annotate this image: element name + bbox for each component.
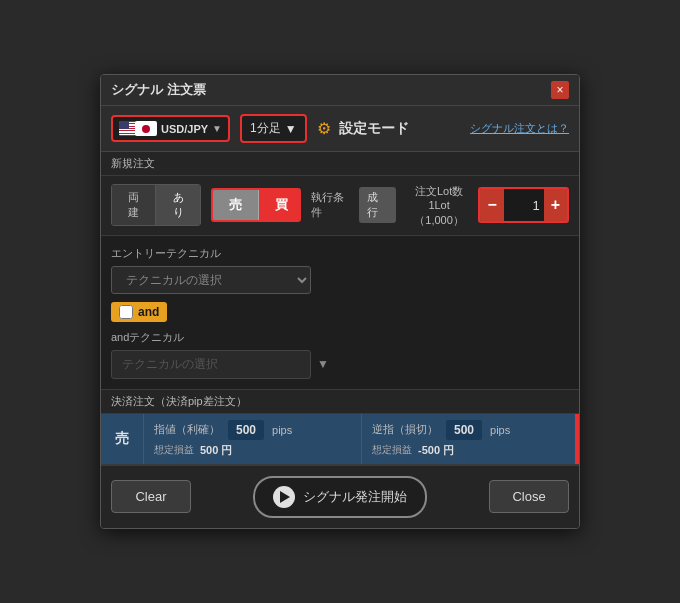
new-order-header: 新規注文 bbox=[101, 152, 579, 176]
stop-type-label: 逆指（損切） bbox=[372, 422, 438, 437]
buy-button[interactable]: 買 bbox=[259, 190, 301, 220]
play-icon bbox=[273, 486, 295, 508]
mode-title: 設定モード bbox=[339, 120, 409, 138]
settlement-limit-item: 指値（利確） 500 pips 想定損益 500 円 bbox=[144, 414, 362, 464]
and-select-placeholder: テクニカルの選択 bbox=[122, 357, 218, 371]
execution-value: 成行 bbox=[359, 187, 395, 223]
flags bbox=[119, 121, 157, 136]
dialog-title: シグナル 注文票 bbox=[111, 81, 206, 99]
technical-section: エントリーテクニカル テクニカルの選択 and andテクニカル テクニカルの選… bbox=[101, 236, 579, 390]
lot-value-input[interactable] bbox=[504, 189, 544, 221]
settlement-row: 売 指値（利確） 500 pips 想定損益 500 円 逆指（損切） bbox=[101, 414, 579, 464]
and-row: and bbox=[111, 302, 569, 322]
and-select-row: テクニカルの選択 ▼ bbox=[111, 350, 569, 379]
start-button[interactable]: シグナル発注開始 bbox=[253, 476, 427, 518]
settlement-row-wrapper: 売 指値（利確） 500 pips 想定損益 500 円 逆指（損切） bbox=[101, 414, 579, 464]
limit-pnl-row: 想定損益 500 円 bbox=[154, 443, 351, 458]
settlement-header-label: 決済注文（決済pip差注文） bbox=[111, 395, 247, 407]
sell-button[interactable]: 売 bbox=[213, 190, 259, 220]
instrument-selector[interactable]: USD/JPY ▼ bbox=[111, 115, 230, 142]
execution-label: 執行条件 bbox=[311, 190, 352, 220]
order-config: 両建 あり 売 買 執行条件 成行 注文Lot数 1Lot（1,000） − + bbox=[101, 176, 579, 236]
limit-value: 500 bbox=[228, 420, 264, 440]
stop-pnl-value: -500 円 bbox=[418, 443, 454, 458]
stop-pnl-label: 想定損益 bbox=[372, 443, 412, 457]
instrument-name: USD/JPY bbox=[161, 123, 208, 135]
and-technical-label: andテクニカル bbox=[111, 330, 569, 345]
play-triangle bbox=[280, 491, 290, 503]
new-order-label: 新規注文 bbox=[111, 157, 155, 169]
mode-section: ⚙ 設定モード シグナル注文とは？ bbox=[317, 119, 569, 138]
instrument-dropdown-arrow: ▼ bbox=[212, 123, 222, 134]
limit-pnl-label: 想定損益 bbox=[154, 443, 194, 457]
limit-pnl-value: 500 円 bbox=[200, 443, 232, 458]
tab-yes[interactable]: あり bbox=[156, 185, 199, 225]
bottom-bar: Clear シグナル発注開始 Close bbox=[101, 465, 579, 528]
and-checkbox-input[interactable] bbox=[119, 305, 133, 319]
start-label: シグナル発注開始 bbox=[303, 488, 407, 506]
and-select-arrow: ▼ bbox=[317, 357, 329, 371]
tab-both-build[interactable]: 両建 bbox=[112, 185, 156, 225]
lot-label-line2: 1Lot（1,000） bbox=[406, 198, 473, 227]
sell-buy-group: 売 買 bbox=[211, 188, 301, 222]
settlement-section: 決済注文（決済pip差注文） 売 指値（利確） 500 pips 想定損益 50… bbox=[101, 390, 579, 465]
timeframe-value: 1分足 bbox=[250, 120, 281, 137]
close-button[interactable]: Close bbox=[489, 480, 569, 513]
lot-minus-button[interactable]: − bbox=[480, 189, 503, 221]
lot-label: 注文Lot数 1Lot（1,000） bbox=[406, 184, 473, 227]
entry-select-row: テクニカルの選択 bbox=[111, 266, 569, 294]
lot-plus-button[interactable]: + bbox=[544, 189, 567, 221]
jp-flag bbox=[135, 121, 157, 136]
settlement-limit-header: 指値（利確） 500 pips bbox=[154, 420, 351, 440]
signal-order-dialog: シグナル 注文票 × USD/JPY ▼ 1分足 ▼ ⚙ 設定モード シグナル注… bbox=[100, 74, 580, 529]
limit-type-label: 指値（利確） bbox=[154, 422, 220, 437]
top-bar: USD/JPY ▼ 1分足 ▼ ⚙ 設定モード シグナル注文とは？ bbox=[101, 106, 579, 152]
and-checkbox-label[interactable]: and bbox=[111, 302, 167, 322]
clear-button[interactable]: Clear bbox=[111, 480, 191, 513]
and-technical-select-disabled: テクニカルの選択 bbox=[111, 350, 311, 379]
title-close-button[interactable]: × bbox=[551, 81, 569, 99]
stop-unit: pips bbox=[490, 424, 510, 436]
timeframe-selector[interactable]: 1分足 ▼ bbox=[240, 114, 307, 143]
help-link[interactable]: シグナル注文とは？ bbox=[470, 121, 569, 136]
order-tabs: 両建 あり bbox=[111, 184, 201, 226]
gear-icon: ⚙ bbox=[317, 119, 331, 138]
timeframe-arrow: ▼ bbox=[285, 122, 297, 136]
limit-unit: pips bbox=[272, 424, 292, 436]
execution-section: 執行条件 成行 bbox=[311, 187, 396, 223]
stop-pnl-row: 想定損益 -500 円 bbox=[372, 443, 569, 458]
stop-value: 500 bbox=[446, 420, 482, 440]
settlement-header: 決済注文（決済pip差注文） bbox=[101, 390, 579, 414]
settlement-stop-header: 逆指（損切） 500 pips bbox=[372, 420, 569, 440]
lot-controls: − + bbox=[478, 187, 569, 223]
entry-technical-select[interactable]: テクニカルの選択 bbox=[111, 266, 311, 294]
and-text: and bbox=[138, 305, 159, 319]
settlement-side-label: 売 bbox=[101, 414, 144, 464]
title-bar: シグナル 注文票 × bbox=[101, 75, 579, 106]
lot-label-line1: 注文Lot数 bbox=[406, 184, 473, 198]
entry-technical-label: エントリーテクニカル bbox=[111, 246, 569, 261]
red-side-bar bbox=[575, 414, 579, 464]
lot-section: 注文Lot数 1Lot（1,000） − + bbox=[406, 184, 569, 227]
settlement-stop-item: 逆指（損切） 500 pips 想定損益 -500 円 bbox=[362, 414, 579, 464]
